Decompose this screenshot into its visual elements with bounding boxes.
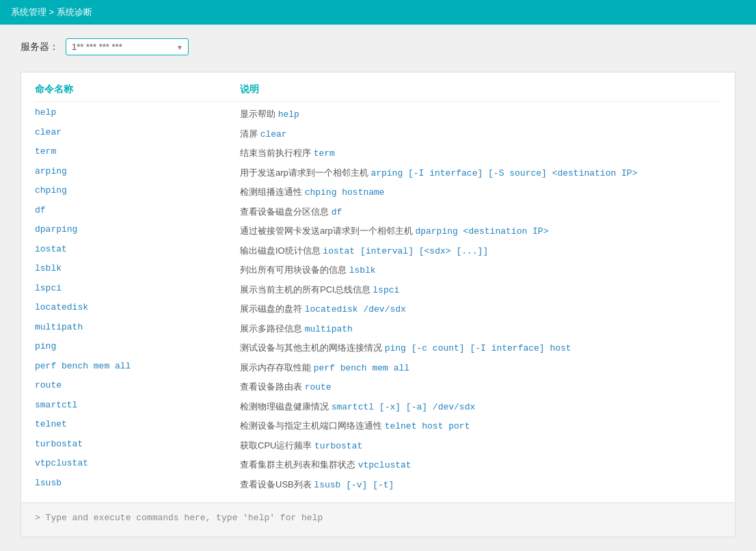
table-row: term结束当前执行程序 term	[35, 144, 721, 163]
table-row: multipath展示多路径信息 multipath	[35, 319, 721, 339]
command-name: vtpclustat	[35, 458, 240, 468]
table-row: locatedisk展示磁盘的盘符 locatedisk /dev/sdx	[35, 299, 721, 319]
table-row: perf bench mem all展示内存存取性能 perf bench me…	[35, 358, 721, 378]
server-select-wrapper[interactable]: 1** *** *** ***	[66, 38, 189, 55]
command-desc: 输出磁盘IO统计信息 iostat [interval] [<sdx> [...…	[240, 244, 721, 258]
table-row: dparping通过被接管网卡发送arp请求到一个相邻主机 dparping <…	[35, 221, 721, 241]
command-syntax: telnet host port	[385, 421, 470, 431]
command-name: dparping	[35, 224, 240, 234]
top-bar: 系统管理 > 系统诊断	[0, 0, 756, 25]
col-name-header: 命令名称	[35, 83, 240, 96]
col-desc-header: 说明	[240, 83, 721, 96]
server-select[interactable]: 1** *** *** ***	[66, 38, 189, 55]
command-name: turbostat	[35, 439, 240, 449]
main-panel: 命令名称 说明 help显示帮助 helpclear清屏 clearterm结束…	[21, 72, 735, 537]
table-row: df查看设备磁盘分区信息 df	[35, 202, 721, 222]
command-name: ping	[35, 341, 240, 351]
table-row: lsusb查看设备USB列表 lsusb [-v] [-t]	[35, 475, 721, 495]
command-syntax: chping hostname	[305, 187, 385, 198]
command-desc: 检测设备与指定主机端口网络连通性 telnet host port	[240, 419, 721, 433]
commands-table: 命令名称 说明 help显示帮助 helpclear清屏 clearterm结束…	[21, 72, 735, 494]
command-desc: 清屏 clear	[240, 127, 721, 142]
command-desc: 检测组播连通性 chping hostname	[240, 185, 721, 200]
command-name: route	[35, 380, 240, 390]
command-syntax: lspci	[373, 285, 399, 295]
terminal-placeholder: Type and execute commands here, type 'he…	[46, 513, 323, 523]
command-syntax: arping [-I interface] [-S source] <desti…	[370, 168, 637, 178]
command-syntax: turbostat	[314, 441, 362, 451]
command-desc: 展示磁盘的盘符 locatedisk /dev/sdx	[240, 302, 721, 317]
command-desc: 列出所有可用块设备的信息 lsblk	[240, 263, 721, 278]
command-desc: 查看集群主机列表和集群状态 vtpclustat	[240, 458, 721, 472]
command-syntax: ping [-c count] [-I interface] host	[385, 343, 571, 353]
command-syntax: help	[278, 109, 299, 120]
command-syntax: df	[332, 207, 342, 217]
command-name: help	[35, 107, 240, 118]
command-name: lspci	[35, 283, 240, 293]
command-syntax: locatedisk /dev/sdx	[305, 304, 406, 314]
command-name: smartctl	[35, 400, 240, 410]
command-syntax: vtpclustat	[358, 460, 411, 470]
command-syntax: multipath	[305, 324, 353, 334]
command-name: arping	[35, 166, 240, 176]
table-row: help显示帮助 help	[35, 105, 721, 124]
table-row: chping检测组播连通性 chping hostname	[35, 183, 721, 202]
table-row: iostat输出磁盘IO统计信息 iostat [interval] [<sdx…	[35, 241, 721, 261]
table-row: ping测试设备与其他主机的网络连接情况 ping [-c count] [-I…	[35, 338, 721, 358]
prompt-symbol: >	[35, 513, 46, 523]
table-row: smartctl检测物理磁盘健康情况 smartctl [-x] [-a] /d…	[35, 397, 721, 417]
page-body: 服务器： 1** *** *** *** 命令名称 说明 help显示帮助 he…	[0, 25, 756, 551]
command-desc: 测试设备与其他主机的网络连接情况 ping [-c count] [-I int…	[240, 341, 721, 355]
command-name: iostat	[35, 244, 240, 254]
command-name: perf bench mem all	[35, 361, 240, 371]
command-name: lsusb	[35, 478, 240, 488]
command-syntax: route	[305, 382, 332, 392]
command-syntax: perf bench mem all	[314, 363, 409, 373]
command-name: locatedisk	[35, 302, 240, 312]
table-row: arping用于发送arp请求到一个相邻主机 arping [-I interf…	[35, 163, 721, 183]
terminal-prompt: > Type and execute commands here, type '…	[35, 513, 323, 523]
command-desc: 展示内存存取性能 perf bench mem all	[240, 361, 721, 375]
command-name: chping	[35, 185, 240, 196]
rows-container: help显示帮助 helpclear清屏 clearterm结束当前执行程序 t…	[35, 105, 721, 494]
command-desc: 用于发送arp请求到一个相邻主机 arping [-I interface] […	[240, 166, 721, 180]
command-syntax: dparping <destination IP>	[415, 226, 548, 237]
command-name: telnet	[35, 419, 240, 429]
command-name: df	[35, 205, 240, 215]
command-desc: 检测物理磁盘健康情况 smartctl [-x] [-a] /dev/sdx	[240, 400, 721, 414]
table-row: vtpclustat查看集群主机列表和集群状态 vtpclustat	[35, 455, 721, 475]
command-desc: 结束当前执行程序 term	[240, 146, 721, 161]
table-row: lsblk列出所有可用块设备的信息 lsblk	[35, 260, 721, 280]
command-syntax: term	[314, 148, 335, 159]
command-syntax: clear	[260, 129, 287, 139]
command-desc: 查看设备磁盘分区信息 df	[240, 205, 721, 219]
command-syntax: lsusb [-v] [-t]	[314, 480, 394, 490]
command-syntax: iostat [interval] [<sdx> [...]]	[323, 246, 488, 256]
command-name: term	[35, 146, 240, 157]
breadcrumb: 系统管理 > 系统诊断	[11, 6, 92, 18]
terminal-area[interactable]: > Type and execute commands here, type '…	[21, 502, 735, 537]
table-row: clear清屏 clear	[35, 124, 721, 144]
command-desc: 查看设备路由表 route	[240, 380, 721, 394]
command-desc: 通过被接管网卡发送arp请求到一个相邻主机 dparping <destinat…	[240, 224, 721, 239]
command-desc: 查看设备USB列表 lsusb [-v] [-t]	[240, 478, 721, 492]
table-row: telnet检测设备与指定主机端口网络连通性 telnet host port	[35, 416, 721, 436]
command-name: lsblk	[35, 263, 240, 273]
command-syntax: lsblk	[349, 265, 376, 276]
server-label: 服务器：	[21, 41, 59, 53]
command-desc: 获取CPU运行频率 turbostat	[240, 439, 721, 453]
table-row: route查看设备路由表 route	[35, 377, 721, 397]
command-name: clear	[35, 127, 240, 137]
server-row: 服务器： 1** *** *** ***	[21, 38, 735, 55]
command-desc: 显示帮助 help	[240, 107, 721, 122]
table-row: lspci展示当前主机的所有PCI总线信息 lspci	[35, 280, 721, 300]
table-row: turbostat获取CPU运行频率 turbostat	[35, 436, 721, 456]
command-syntax: smartctl [-x] [-a] /dev/sdx	[332, 402, 476, 412]
command-desc: 展示多路径信息 multipath	[240, 322, 721, 336]
table-header: 命令名称 说明	[35, 83, 721, 102]
command-name: multipath	[35, 322, 240, 332]
command-desc: 展示当前主机的所有PCI总线信息 lspci	[240, 283, 721, 297]
